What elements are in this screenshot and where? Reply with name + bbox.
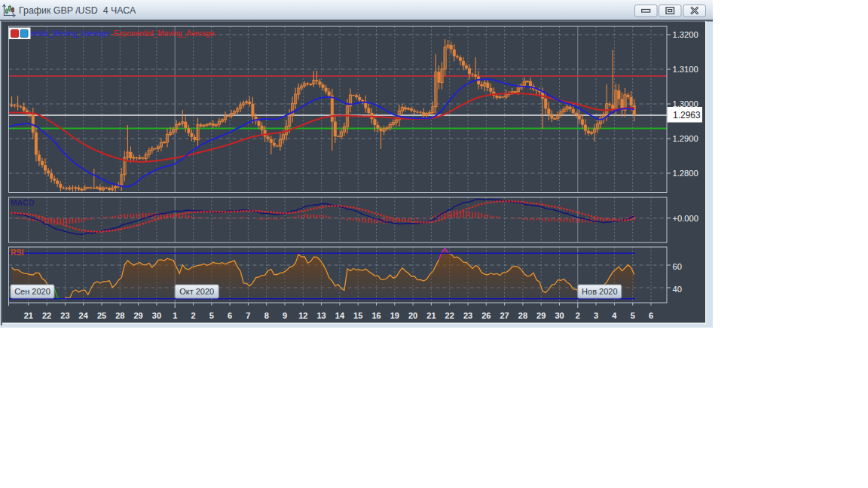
svg-text:4: 4 — [612, 311, 617, 320]
svg-text:1.2800: 1.2800 — [673, 169, 698, 178]
svg-text:27: 27 — [500, 311, 509, 320]
svg-text:13: 13 — [316, 311, 326, 320]
svg-text:23: 23 — [60, 311, 69, 320]
svg-text:6: 6 — [228, 311, 232, 320]
svg-text:9: 9 — [283, 311, 287, 320]
svg-text:29: 29 — [536, 311, 546, 320]
svg-text:30: 30 — [152, 311, 161, 320]
svg-text:+0.000: +0.000 — [673, 214, 699, 223]
svg-text:60: 60 — [673, 262, 682, 271]
svg-text:7: 7 — [246, 311, 250, 320]
svg-text:Сен 2020: Сен 2020 — [14, 287, 50, 296]
svg-text:3: 3 — [594, 311, 598, 320]
svg-text:28: 28 — [115, 311, 124, 320]
svg-text:21: 21 — [426, 311, 436, 320]
svg-text:-Exponential_Moving_Average-: -Exponential_Moving_Average- — [112, 29, 216, 38]
svg-text:19: 19 — [390, 311, 399, 320]
svg-text:29: 29 — [133, 311, 142, 320]
svg-text:1.2900: 1.2900 — [673, 134, 698, 143]
svg-text:15: 15 — [353, 311, 362, 320]
svg-text:5: 5 — [631, 311, 635, 320]
svg-text:1.3200: 1.3200 — [673, 30, 698, 39]
svg-text:MACD: MACD — [11, 198, 35, 207]
svg-text:28: 28 — [518, 311, 527, 320]
svg-text:16: 16 — [371, 311, 381, 320]
svg-text:12: 12 — [298, 311, 307, 320]
svg-text:30: 30 — [555, 311, 564, 320]
svg-text:RSI: RSI — [11, 248, 24, 257]
svg-text:20: 20 — [408, 311, 417, 320]
svg-text:25: 25 — [97, 311, 106, 320]
svg-text:8: 8 — [264, 311, 269, 320]
svg-text:2: 2 — [191, 311, 195, 320]
svg-text:21: 21 — [24, 311, 33, 320]
svg-text:1.2963: 1.2963 — [673, 110, 701, 120]
svg-text:22: 22 — [42, 311, 51, 320]
svg-text:14: 14 — [335, 311, 345, 320]
svg-text:Окт 2020: Окт 2020 — [179, 287, 214, 296]
svg-text:40: 40 — [673, 285, 682, 294]
svg-text:24: 24 — [79, 311, 89, 320]
svg-text:ential_Moving_Average: ential_Moving_Average — [31, 29, 110, 38]
svg-text:26: 26 — [481, 311, 491, 320]
svg-text:1: 1 — [173, 311, 177, 320]
svg-text:1.3100: 1.3100 — [673, 65, 698, 74]
svg-text:График GBP /USD 4 ЧАСА: График GBP /USD 4 ЧАСА — [19, 5, 136, 16]
svg-text:5: 5 — [209, 311, 214, 320]
svg-text:2: 2 — [576, 311, 580, 320]
svg-text:23: 23 — [463, 311, 472, 320]
svg-text:Нов 2020: Нов 2020 — [582, 287, 617, 296]
svg-text:22: 22 — [445, 311, 454, 320]
svg-text:6: 6 — [649, 311, 653, 320]
